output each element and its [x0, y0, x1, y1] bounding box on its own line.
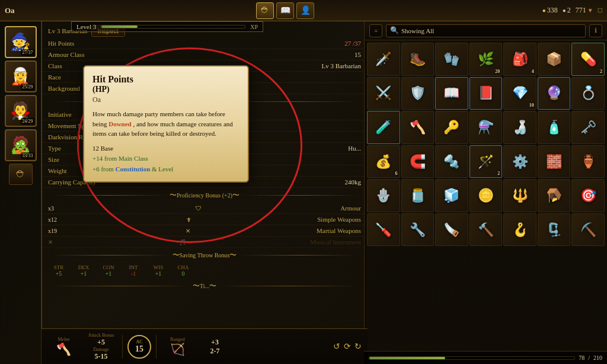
item-icon-34: 🎯 [580, 189, 596, 202]
gold-icon: ● [542, 7, 546, 14]
inventory-slot-35[interactable]: 🪛 [367, 213, 400, 247]
con-block: CON +1 [98, 264, 119, 277]
nav-book-button[interactable]: 📖 [276, 2, 294, 19]
nav-icons: ⛑ 📖 👤 [256, 2, 314, 19]
inventory-slot-36[interactable]: 🔧 [401, 213, 435, 247]
inventory-slot-4[interactable]: 🎒4 [503, 43, 536, 76]
item-icon-41: ⛏️ [580, 223, 596, 237]
inventory-slot-31[interactable]: 🪙 [469, 179, 503, 212]
inventory-slot-28[interactable]: 🪬 [367, 179, 400, 212]
armour-class-row[interactable]: Armour Class 15 [42, 49, 367, 60]
inventory-slot-34[interactable]: 🎯 [571, 179, 605, 212]
inventory-slot-29[interactable]: 🫙 [401, 179, 435, 212]
portrait-face-4: 🧟 [10, 137, 31, 154]
weight-progress-bar [369, 356, 575, 360]
inventory-slot-37[interactable]: 🪚 [435, 213, 468, 247]
inventory-slot-38[interactable]: 🔨 [469, 213, 503, 247]
inventory-slot-23[interactable]: 🔩 [435, 145, 468, 178]
item-count-21: 6 [395, 171, 398, 176]
inventory-slot-24[interactable]: 🪄2 [469, 145, 503, 178]
weight-bar: 78 / 210 [364, 351, 607, 364]
inventory-slot-1[interactable]: 🥾 [401, 43, 435, 76]
nav-portrait-button[interactable]: 👤 [296, 2, 314, 19]
inventory-slot-9[interactable]: 📖 [435, 77, 468, 110]
search-box[interactable]: 🔍 Showing All [386, 24, 586, 37]
armour-prof-row[interactable]: x3 🛡 Armour [42, 203, 367, 214]
inventory-slot-12[interactable]: 🔮 [538, 77, 571, 110]
item-icon-31: 🪙 [478, 189, 494, 202]
inventory-slot-18[interactable]: 🍶 [503, 111, 536, 144]
inventory-slot-17[interactable]: ⚗️ [469, 111, 503, 144]
rotate-left-icon[interactable]: ↺ [333, 341, 340, 352]
inventory-slot-14[interactable]: 🧪 [367, 111, 400, 144]
simple-weapons-row[interactable]: x12 🗡 Simple Weapons [42, 214, 367, 225]
weight-max: / [588, 355, 590, 361]
inventory-slot-41[interactable]: ⛏️ [571, 213, 605, 247]
inventory-slot-7[interactable]: ⚔️ [367, 77, 400, 110]
portrait-slot-4[interactable]: 🧟 33/33 [5, 129, 37, 161]
ranged-weapon-icon: 🏹 [170, 342, 185, 356]
chest-icon[interactable]: □ [598, 6, 602, 15]
musical-icon: ✕ [48, 239, 53, 245]
martial-weapons-row[interactable]: x19 ✕ Martial Weapons [42, 225, 367, 237]
int-abbr: INT [129, 264, 138, 270]
inventory-filter-icon[interactable]: ≡ [369, 24, 382, 37]
inventory-info-icon[interactable]: ℹ [589, 24, 602, 37]
inventory-slot-27[interactable]: 🏺 [571, 145, 605, 178]
xp-bar-container [101, 25, 245, 28]
inventory-slot-11[interactable]: 💎10 [503, 77, 536, 110]
item-icon-1: 🥾 [410, 53, 426, 66]
inventory-slot-0[interactable]: 🗡️ [367, 43, 400, 76]
inventory-slot-3[interactable]: 🌿20 [469, 43, 503, 76]
tooltip-con-label: +6 from [92, 165, 114, 173]
melee-label: Melee [58, 337, 70, 342]
inventory-slot-10[interactable]: 📕 [469, 77, 503, 110]
inventory-slot-5[interactable]: 📦 [538, 43, 571, 76]
inventory-slot-21[interactable]: 💰6 [367, 145, 400, 178]
inventory-panel: ≡ 🔍 Showing All ℹ 🗡️🥾🧤🌿20🎒4📦💊2⚔️🛡️📖📕💎10🔮… [364, 21, 607, 364]
portrait-slot-1[interactable]: 🧙 27/37 [5, 26, 37, 58]
sidebar-map-button[interactable]: ⛑ [9, 164, 33, 185]
inventory-slot-2[interactable]: 🧤 [435, 43, 468, 76]
item-count-6: 2 [600, 69, 602, 74]
inventory-slot-40[interactable]: 🗜️ [538, 213, 571, 247]
item-count-3: 20 [495, 69, 500, 74]
inventory-slot-33[interactable]: 🪤 [538, 179, 571, 212]
inventory-slot-30[interactable]: 🧊 [435, 179, 468, 212]
attack-bonus-label: Attack Bonus [88, 333, 114, 338]
item-icon-17: ⚗️ [478, 121, 494, 134]
nav-helmet-button[interactable]: ⛑ [256, 2, 274, 19]
inventory-slot-22[interactable]: 🧲 [401, 145, 435, 178]
hit-points-row[interactable]: Hit Points 27 /37 [42, 38, 367, 49]
weight-label: Weight [48, 167, 67, 174]
cha-block: CHA 0 [172, 264, 194, 277]
item-icon-32: 🔱 [512, 189, 528, 202]
inventory-slot-8[interactable]: 🛡️ [401, 77, 435, 110]
inventory-slot-19[interactable]: 🧴 [538, 111, 571, 144]
int-mod: -1 [131, 270, 136, 277]
inventory-slot-26[interactable]: 🧱 [538, 145, 571, 178]
portrait-slot-3[interactable]: 🧛 24/29 [5, 95, 37, 127]
inventory-slot-39[interactable]: 🪝 [503, 213, 536, 247]
simple-weapons-label: Simple Weapons [317, 216, 361, 223]
rotate-right-icon[interactable]: ↻ [354, 341, 362, 352]
refresh-icon[interactable]: ⟳ [344, 341, 351, 352]
portrait-face-2: 🧝 [10, 68, 31, 85]
item-icon-22: 🧲 [410, 155, 426, 168]
inventory-slot-6[interactable]: 💊2 [571, 43, 605, 76]
inventory-slot-32[interactable]: 🔱 [503, 179, 536, 212]
inventory-slot-13[interactable]: 💍 [571, 77, 605, 110]
search-icon: 🔍 [390, 26, 399, 35]
item-icon-27: 🏺 [580, 155, 596, 168]
inventory-slot-16[interactable]: 🔑 [435, 111, 468, 144]
ranged-bonus: +3 [211, 338, 219, 347]
portrait-slot-2[interactable]: 🧝 25/29 [5, 60, 37, 92]
item-count-4: 4 [532, 69, 534, 74]
left-sidebar: 🧙 27/37 🧝 25/29 🧛 24/29 🧟 33/33 ⛑ [0, 21, 41, 364]
musical-row[interactable]: ✕ 🎵 Musical Instrument [42, 237, 367, 248]
divider-2 [156, 335, 156, 359]
inventory-slot-25[interactable]: ⚙️ [503, 145, 536, 178]
inventory-slot-15[interactable]: 🪓 [401, 111, 435, 144]
item-icon-30: 🧊 [443, 189, 459, 202]
inventory-slot-20[interactable]: 🗝️ [571, 111, 605, 144]
